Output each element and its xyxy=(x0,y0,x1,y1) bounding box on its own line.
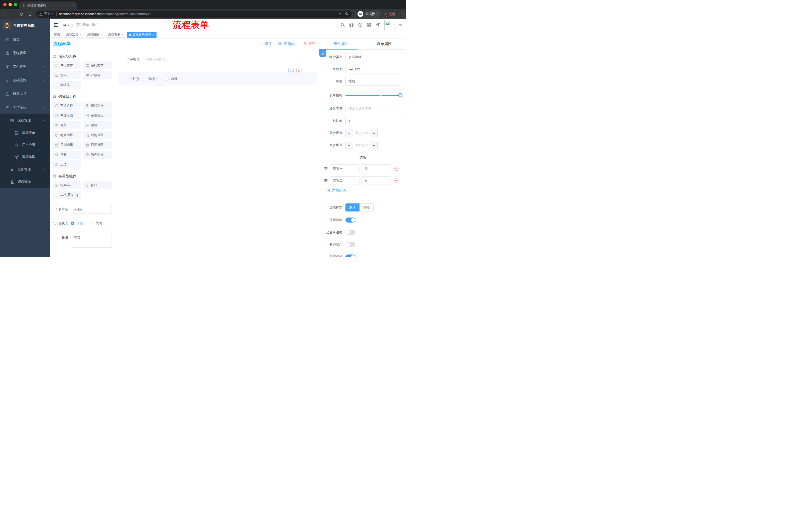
save-button[interactable]: 保存 xyxy=(260,42,271,46)
component-type-select[interactable]: 多选框组 xyxy=(345,53,402,61)
stepper-value[interactable]: 最多可选 xyxy=(353,141,370,149)
stepper-decrease-button[interactable]: − xyxy=(346,129,353,137)
bookmark-star-icon[interactable] xyxy=(345,11,349,17)
status-radio-on[interactable]: 开启 xyxy=(71,221,83,225)
sidebar-logo[interactable]: 芋道管理系统 xyxy=(0,19,50,33)
sidebar-item-infra[interactable]: 基础设施 xyxy=(0,74,50,87)
palette-item-date-range[interactable]: 日期范围 xyxy=(83,141,112,149)
tag-home[interactable]: 首页 xyxy=(52,32,62,38)
min-select-stepper[interactable]: − 至少应选 + xyxy=(345,129,378,137)
tab-close-icon[interactable]: × xyxy=(72,3,74,7)
title-input[interactable]: 性别 xyxy=(345,77,402,85)
tab-component-props[interactable]: 组件属性 xyxy=(319,38,363,50)
option-label-input[interactable]: 选项一 xyxy=(330,164,360,173)
sidebar-item-system[interactable]: 系统管理 xyxy=(0,46,50,60)
browser-update-button[interactable]: 更新 xyxy=(385,11,404,17)
form-grid-slider[interactable] xyxy=(345,91,402,100)
phone-field-input[interactable]: 请输入手机号 xyxy=(143,55,303,64)
back-button[interactable] xyxy=(2,11,9,17)
form-canvas[interactable]: 手机号 请输入手机号 性别 选项一 xyxy=(115,49,319,257)
stepper-increase-button[interactable]: + xyxy=(370,129,377,137)
slider-handle[interactable] xyxy=(398,93,403,98)
label-width-input[interactable]: 请输入标签宽度 xyxy=(345,105,402,113)
tag-close-icon[interactable]: × xyxy=(79,33,81,36)
slider-track[interactable] xyxy=(345,95,402,96)
avatar-caret-icon[interactable] xyxy=(399,23,402,27)
copy-component-button[interactable] xyxy=(288,67,294,74)
resize-handle-icon[interactable] xyxy=(109,245,111,247)
reload-button[interactable] xyxy=(19,11,25,17)
palette-item-date-picker[interactable]: 日期选择 xyxy=(52,141,81,149)
gender-checkbox-1[interactable]: 选项一 xyxy=(143,77,158,81)
palette-item-cascader[interactable]: 级联选择 xyxy=(83,102,112,110)
max-select-stepper[interactable]: − 最多可选 + xyxy=(345,141,378,150)
password-key-icon[interactable] xyxy=(337,11,341,17)
palette-item-multi-text[interactable]: 多行文本 xyxy=(83,61,112,70)
delete-component-button[interactable] xyxy=(296,67,302,74)
window-zoom-button[interactable] xyxy=(14,3,17,6)
add-option-button[interactable]: 添加选项 xyxy=(327,188,402,193)
palette-item-password[interactable]: 密码 xyxy=(52,71,81,79)
show-label-switch[interactable] xyxy=(345,218,355,222)
option-value-input[interactable]: 男 xyxy=(361,164,392,173)
stepper-value[interactable]: 至少应选 xyxy=(353,129,370,137)
checkbox-box[interactable] xyxy=(143,77,146,81)
palette-item-radio-group[interactable]: 单选框组 xyxy=(52,111,81,119)
drag-handle-icon[interactable] xyxy=(324,166,328,171)
browser-tab[interactable]: 芋道管理系统 × xyxy=(19,1,77,9)
user-avatar[interactable] xyxy=(384,20,395,30)
address-bar[interactable]: 不安全 dashboard.yudao.iocoder.cn/bpm/manag… xyxy=(36,10,352,18)
sidebar-item-devtools[interactable]: 研发工具 xyxy=(0,87,50,101)
sidebar-item-leave-query[interactable]: 请假查询 xyxy=(0,175,50,188)
sidebar-item-task-mgmt[interactable]: 任务管理 xyxy=(0,163,50,175)
canvas-field-gender-selected[interactable]: 性别 选项一 选项二 xyxy=(118,73,317,85)
palette-item-rate[interactable]: 评分 xyxy=(52,151,81,159)
window-close-button[interactable] xyxy=(3,3,6,6)
style-default-button[interactable]: 默认 xyxy=(345,204,359,212)
tag-process-model[interactable]: 流程模型× xyxy=(85,32,104,38)
sidebar-item-process-model[interactable]: 流程模型 xyxy=(0,151,50,163)
disabled-switch[interactable] xyxy=(345,242,355,247)
palette-item-editor[interactable]: 编辑器 xyxy=(52,81,81,89)
palette-item-select[interactable]: 下拉选择 xyxy=(52,102,81,110)
palette-item-slider[interactable]: 滑块 xyxy=(83,121,112,129)
tab-form-props[interactable]: 表单属性 xyxy=(363,38,406,50)
default-value-input[interactable]: 1 xyxy=(345,117,402,125)
github-icon[interactable] xyxy=(349,23,354,27)
stepper-increase-button[interactable]: + xyxy=(370,141,377,149)
tag-close-icon[interactable]: × xyxy=(152,33,154,36)
palette-item-checkbox-group[interactable]: 多选框组 xyxy=(83,111,112,119)
new-tab-button[interactable]: + xyxy=(79,2,85,8)
palette-item-time-picker[interactable]: 时间选择 xyxy=(52,131,81,139)
palette-item-row-container[interactable]: 行容器 xyxy=(52,181,81,189)
breadcrumb-home[interactable]: 首页 xyxy=(63,23,70,27)
checkbox-box[interactable] xyxy=(165,77,169,81)
sidebar-item-workflow[interactable]: 工作流程 xyxy=(0,101,50,114)
palette-item-time-range[interactable]: 时间范围 xyxy=(83,131,112,139)
clear-button[interactable]: 清空 xyxy=(303,42,315,46)
home-button[interactable] xyxy=(27,11,33,17)
form-name-input[interactable]: biubiu xyxy=(71,205,112,214)
palette-item-counter[interactable]: 计数器 xyxy=(83,71,112,79)
sidebar-item-user-group[interactable]: 用户分组 xyxy=(0,139,50,151)
palette-item-button[interactable]: 按钮 xyxy=(83,181,112,189)
style-button-button[interactable]: 按钮 xyxy=(359,204,374,212)
tag-close-icon[interactable]: × xyxy=(100,33,102,36)
window-controls[interactable] xyxy=(3,3,17,6)
sidebar-item-process-mgmt[interactable]: 流程管理 xyxy=(0,114,50,127)
tag-process-form-edit[interactable]: 流程表单-编辑× xyxy=(127,32,156,38)
palette-item-table[interactable]: 表格[开发中] xyxy=(52,191,81,199)
canvas-field-phone[interactable]: 手机号 请输入手机号 xyxy=(115,55,319,64)
option-style-segmented[interactable]: 默认 按钮 xyxy=(345,204,374,212)
tag-process-form[interactable]: 流程表单× xyxy=(106,32,125,38)
browser-menu-icon[interactable] xyxy=(398,12,401,16)
status-radio-off[interactable]: 关闭 xyxy=(90,221,102,225)
remove-option-icon[interactable] xyxy=(394,166,399,171)
border-switch[interactable] xyxy=(345,230,355,235)
remove-option-icon[interactable] xyxy=(394,178,399,183)
option-label-input[interactable]: 选项二 xyxy=(330,176,360,185)
fullscreen-icon[interactable] xyxy=(367,23,371,27)
field-name-input[interactable]: field122 xyxy=(345,65,402,74)
required-switch[interactable] xyxy=(345,254,355,257)
search-icon[interactable] xyxy=(341,23,345,27)
